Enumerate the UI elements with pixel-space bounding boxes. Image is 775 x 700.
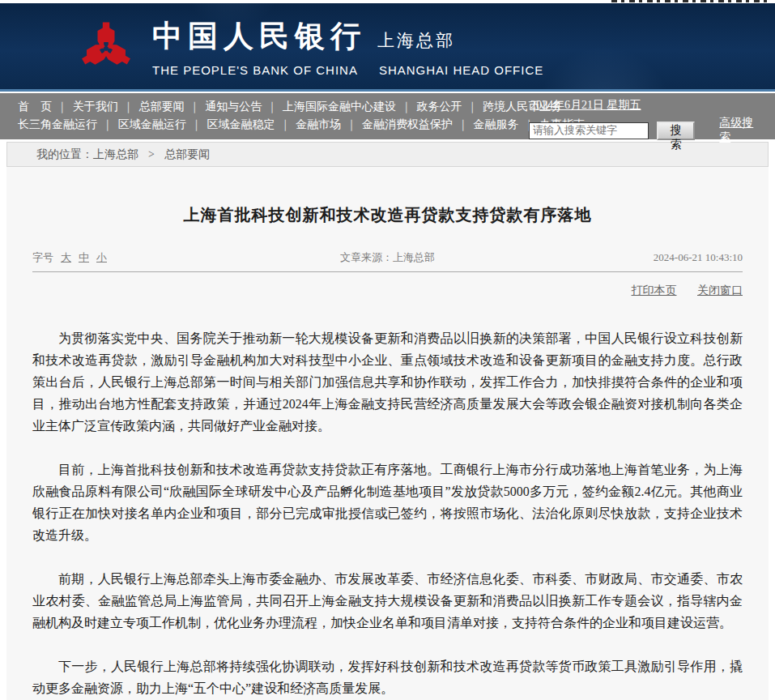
nav-item-notices[interactable]: 通知与公告 — [205, 98, 283, 116]
nav-item-financial-markets[interactable]: 金融市场 — [296, 116, 362, 134]
nav-item-hq-news[interactable]: 总部要闻 — [138, 98, 205, 116]
breadcrumb-label: 我的位置： — [36, 148, 93, 160]
article-paragraph: 为贯彻落实党中央、国务院关于推动新一轮大规模设备更新和消费品以旧换新的决策部署，… — [32, 327, 743, 437]
article-paragraph: 目前，上海首批科技创新和技术改造再贷款支持贷款正有序落地。工商银行上海市分行成功… — [32, 459, 743, 546]
nav-item-yangtze-delta[interactable]: 长三角金融运行 — [18, 116, 118, 134]
main-navigation: 首 页 关于我们 总部要闻 通知与公告 上海国际金融中心建设 政务公开 跨境人民… — [0, 92, 775, 139]
article-paragraph: 前期，人民银行上海总部牵头上海市委金融办、市发展改革委、市经济信息化委、市科委、… — [32, 568, 743, 634]
nav-item-regional-stability[interactable]: 区域金融稳定 — [207, 116, 296, 134]
bank-logo-link[interactable]: 中国人民银行 上海总部 THE PEOPLE'S BANK OF CHINA S… — [78, 16, 543, 77]
advanced-search-link[interactable]: 高级搜索 — [719, 116, 764, 145]
search-input[interactable] — [529, 122, 649, 139]
breadcrumb: 我的位置：上海总部>总部要闻 — [6, 142, 769, 167]
close-window-link[interactable]: 关闭窗口 — [697, 284, 743, 297]
font-size-medium-link[interactable]: 中 — [79, 250, 89, 265]
font-size-small-link[interactable]: 小 — [96, 250, 107, 265]
nav-item-regional-operation[interactable]: 区域金融运行 — [118, 116, 207, 134]
nav-item-about[interactable]: 关于我们 — [73, 98, 139, 116]
article-tools-top: 打印本页 关闭窗口 — [32, 284, 743, 298]
bank-name-cn: 中国人民银行 — [152, 16, 366, 57]
clipped-top-text — [611, 0, 770, 2]
print-page-link[interactable]: 打印本页 — [632, 284, 677, 297]
branch-name-en: SHANGHAI HEAD OFFICE — [379, 63, 543, 77]
site-header: 中国人民银行 上海总部 THE PEOPLE'S BANK OF CHINA S… — [0, 3, 775, 92]
breadcrumb-home-link[interactable]: 上海总部 — [93, 148, 138, 160]
article-title: 上海首批科技创新和技术改造再贷款支持贷款有序落地 — [6, 204, 769, 226]
article-body: 为贯彻落实党中央、国务院关于推动新一轮大规模设备更新和消费品以旧换新的决策部署，… — [32, 327, 743, 700]
article-container: 上海首批科技创新和技术改造再贷款支持贷款有序落地 字号 大 中 小 文章来源：上… — [6, 167, 769, 700]
article-meta-row: 字号 大 中 小 文章来源：上海总部 2024-06-21 10:43:10 — [32, 250, 743, 272]
branch-name-cn: 上海总部 — [377, 29, 455, 52]
nav-item-gov-affairs[interactable]: 政务公开 — [417, 98, 483, 116]
font-size-large-link[interactable]: 大 — [61, 250, 71, 265]
nav-search-area: 2024年6月21日 星期五 搜索 高级搜索 — [529, 97, 764, 145]
pboc-emblem-icon — [78, 16, 134, 76]
article-datetime: 2024-06-21 10:43:10 — [564, 251, 743, 264]
nav-item-home[interactable]: 首 页 — [18, 98, 73, 116]
nav-item-intl-finance-center[interactable]: 上海国际金融中心建设 — [283, 98, 417, 116]
nav-item-consumer-protection[interactable]: 金融消费权益保护 — [362, 116, 474, 134]
bank-name-en: THE PEOPLE'S BANK OF CHINA — [152, 63, 358, 77]
bank-title-block: 中国人民银行 上海总部 THE PEOPLE'S BANK OF CHINA S… — [152, 16, 543, 77]
article-source: 文章来源：上海总部 — [211, 250, 564, 265]
article-paragraph: 下一步，人民银行上海总部将持续强化协调联动，发挥好科技创新和技术改造再贷款等货币… — [32, 655, 743, 699]
breadcrumb-separator: > — [138, 148, 164, 160]
search-button[interactable]: 搜索 — [657, 122, 695, 140]
breadcrumb-current-link[interactable]: 总部要闻 — [164, 148, 210, 160]
font-size-label: 字号 — [32, 250, 53, 265]
current-date: 2024年6月21日 星期五 — [530, 99, 641, 111]
